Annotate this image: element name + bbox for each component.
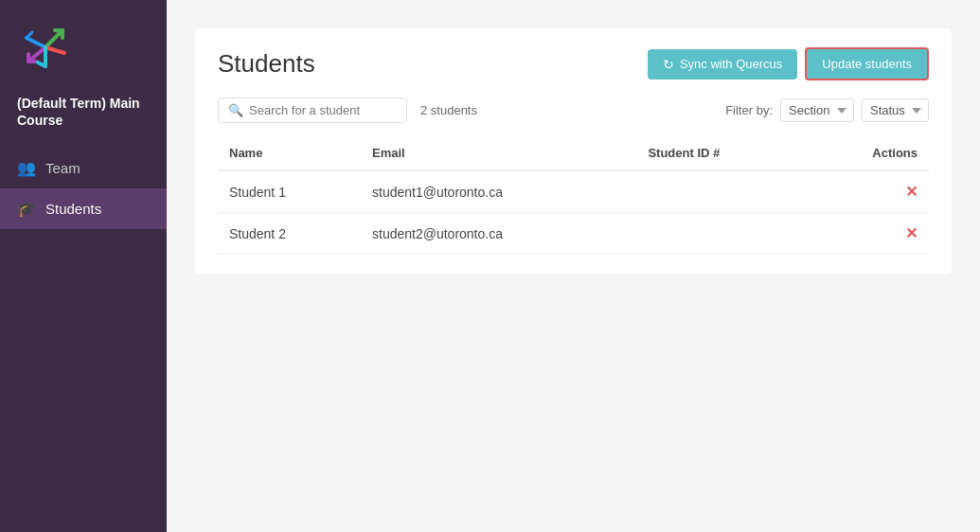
student-id bbox=[636, 213, 807, 255]
section-filter[interactable]: Section bbox=[780, 98, 854, 122]
svg-line-8 bbox=[45, 47, 64, 53]
svg-line-0 bbox=[45, 30, 62, 47]
students-header: Students ↻ Sync with Quercus Update stud… bbox=[218, 47, 929, 80]
sync-button[interactable]: ↻ Sync with Quercus bbox=[648, 49, 797, 80]
team-icon: 👥 bbox=[17, 159, 36, 177]
table-row: Student 1 student1@utoronto.ca ✕ bbox=[218, 170, 929, 213]
toolbar-left: 🔍 2 students bbox=[218, 98, 477, 123]
actions-cell: ✕ bbox=[807, 170, 929, 213]
search-input[interactable] bbox=[249, 103, 397, 117]
table-head: Name Email Student ID # Actions bbox=[218, 136, 929, 170]
sync-icon: ↻ bbox=[663, 57, 674, 72]
svg-line-5 bbox=[28, 47, 45, 62]
student-name: Student 1 bbox=[218, 170, 361, 213]
header-buttons: ↻ Sync with Quercus Update students bbox=[648, 47, 929, 80]
sidebar-item-students[interactable]: 🎓 Students bbox=[0, 188, 167, 229]
sync-label: Sync with Quercus bbox=[680, 57, 782, 71]
sidebar-item-students-label: Students bbox=[45, 201, 101, 217]
search-box: 🔍 bbox=[218, 98, 407, 123]
course-title: (Default Term) Main Course bbox=[0, 91, 167, 144]
col-email-header: Email bbox=[361, 136, 636, 170]
sidebar-item-team-label: Team bbox=[45, 160, 80, 176]
sidebar-nav: 👥 Team 🎓 Students bbox=[0, 148, 167, 229]
students-icon: 🎓 bbox=[17, 200, 36, 218]
table-row: Student 2 student2@utoronto.ca ✕ bbox=[218, 213, 929, 255]
sidebar: (Default Term) Main Course 👥 Team 🎓 Stud… bbox=[0, 0, 167, 532]
search-icon: 🔍 bbox=[228, 103, 243, 117]
student-email: student2@utoronto.ca bbox=[361, 213, 636, 255]
col-actions-header: Actions bbox=[807, 136, 929, 170]
logo-area bbox=[0, 0, 167, 91]
col-name-header: Name bbox=[218, 136, 361, 170]
main-content: Students ↻ Sync with Quercus Update stud… bbox=[167, 0, 980, 532]
delete-student-2-button[interactable]: ✕ bbox=[905, 224, 918, 242]
svg-line-3 bbox=[27, 38, 45, 47]
update-label: Update students bbox=[822, 57, 912, 71]
student-id bbox=[636, 170, 807, 213]
table-body: Student 1 student1@utoronto.ca ✕ Student… bbox=[218, 170, 929, 255]
svg-line-4 bbox=[27, 32, 32, 38]
table-header-row: Name Email Student ID # Actions bbox=[218, 136, 929, 170]
app-logo bbox=[17, 19, 74, 76]
col-studentid-header: Student ID # bbox=[636, 136, 807, 170]
students-table: Name Email Student ID # Actions Student … bbox=[218, 136, 929, 255]
students-panel: Students ↻ Sync with Quercus Update stud… bbox=[195, 28, 952, 274]
update-students-button[interactable]: Update students bbox=[805, 47, 929, 80]
toolbar-right: Filter by: Section Status bbox=[725, 98, 929, 122]
filter-label: Filter by: bbox=[725, 103, 773, 117]
sidebar-item-team[interactable]: 👥 Team bbox=[0, 148, 167, 188]
student-email: student1@utoronto.ca bbox=[361, 170, 636, 213]
toolbar: 🔍 2 students Filter by: Section Status bbox=[218, 98, 929, 123]
delete-student-1-button[interactable]: ✕ bbox=[905, 183, 918, 201]
student-count: 2 students bbox=[420, 103, 477, 117]
actions-cell: ✕ bbox=[807, 213, 929, 255]
page-title: Students bbox=[218, 49, 315, 79]
student-name: Student 2 bbox=[218, 213, 361, 255]
status-filter[interactable]: Status bbox=[862, 98, 929, 122]
